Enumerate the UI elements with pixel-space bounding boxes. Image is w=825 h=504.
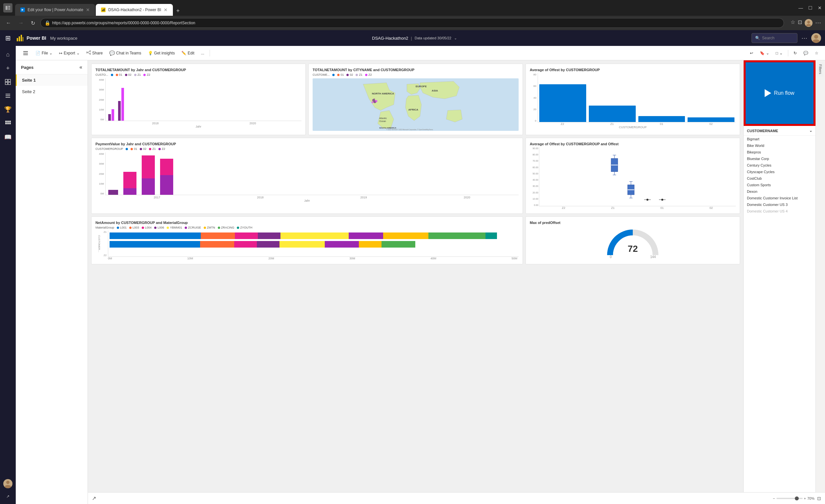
share-button[interactable]: Share	[84, 49, 105, 57]
legend-item-02: 02	[125, 73, 132, 76]
page-item-seite1[interactable]: Seite 1	[16, 74, 88, 86]
get-insights-button[interactable]: 💡 Get insights	[145, 50, 177, 57]
bar-z2-fill	[539, 84, 586, 122]
sidebar-create-button[interactable]: +	[2, 62, 14, 74]
bar-01-fill	[639, 116, 685, 122]
address-input[interactable]: 🔒 https://app.powerbi.com/groups/me/repo…	[41, 18, 784, 28]
browser-tab-powerbi[interactable]: DSAG-Hackathon2 - Power BI ✕	[96, 4, 173, 16]
legend-mg-zyouth: ZYOUTH	[237, 226, 252, 229]
chat-label: Chat in Teams	[116, 51, 141, 56]
filter-centurycycles[interactable]: Century Cycles	[744, 162, 816, 169]
favorite-button[interactable]: ☆	[812, 50, 821, 57]
export-menu-button[interactable]: ↦ Export ⌄	[57, 50, 82, 57]
filter-costclub[interactable]: CostClub	[744, 175, 816, 182]
bookmark-button[interactable]: 🔖 ⌄	[757, 50, 772, 57]
svg-rect-17	[8, 79, 10, 82]
pages-collapse-button[interactable]: «	[79, 64, 82, 70]
pages-toggle-button[interactable]	[20, 47, 31, 59]
svg-point-15	[813, 39, 820, 43]
canvas-right-area: TOTALNETAMOUNT by Jahr and CUSTOMERGROUP…	[88, 60, 825, 492]
filter-bigmart[interactable]: Bigmart	[744, 136, 816, 142]
browser-sidebar-icon[interactable]	[3, 3, 12, 12]
chart5-plot	[539, 147, 736, 206]
teams-icon: 💬	[109, 51, 115, 56]
chart2-legend: CUSTOME... 01 02 Z1 Z2	[313, 73, 519, 76]
filter-bikepros[interactable]: Bikepros	[744, 149, 816, 155]
filter-customsports[interactable]: Custom Sports	[744, 182, 816, 188]
minimize-button[interactable]: —	[799, 5, 803, 10]
filter-bluestar[interactable]: Bluestar Corp	[744, 155, 816, 162]
edit-button[interactable]: ✏️ Edit	[179, 50, 197, 57]
workspace-selector[interactable]: My workspace	[50, 36, 77, 40]
sidebar-browse-button[interactable]	[2, 76, 14, 88]
file-menu-button[interactable]: 📄 File ⌄	[33, 50, 55, 57]
powerbi-search-box[interactable]: 🔍 Search	[752, 33, 798, 43]
sidebar-goals-button[interactable]: 🏆	[2, 104, 14, 115]
zoom-minus-button[interactable]: −	[773, 496, 775, 500]
tab1-close[interactable]: ✕	[86, 7, 90, 12]
undo-button[interactable]: ↩	[747, 50, 756, 57]
filter-domestic-invoice[interactable]: Domestic Customer Invoice List	[744, 195, 816, 201]
zoom-plus-button[interactable]: +	[804, 496, 806, 500]
powerbi-app: ⊞ Power BI My workspace DSAG-Hackathon2 …	[0, 30, 825, 504]
tab2-close[interactable]: ✕	[164, 7, 168, 12]
filter-bikeworld[interactable]: Bike World	[744, 142, 816, 149]
refresh-data-button[interactable]: ↻	[791, 50, 800, 57]
browser-tab-powerautomate[interactable]: Edit your flow | Power Automate ✕	[15, 4, 95, 16]
filter-domestic-us4[interactable]: Domestic Customer US 4	[744, 208, 816, 215]
run-flow-panel[interactable]: Run flow	[744, 60, 816, 126]
sidebar-learn-button[interactable]: 📖	[2, 131, 14, 143]
refresh-button[interactable]: ↻	[29, 19, 37, 27]
fit-page-button[interactable]: ⊡	[817, 496, 821, 501]
chart3-title: Average of Offest by CUSTOMERGROUP	[530, 68, 736, 72]
view-button[interactable]: □ ⌄	[773, 50, 785, 57]
profile-icon[interactable]	[805, 19, 813, 27]
maximize-button[interactable]: ☐	[808, 5, 813, 10]
zoom-slider[interactable]	[776, 498, 803, 499]
forward-button[interactable]: →	[16, 19, 25, 27]
legend-map-dot	[332, 73, 334, 76]
sidebar-apps-button[interactable]	[2, 117, 14, 129]
bar-01	[639, 116, 685, 122]
chart6-body: CUSTOMER... Z1Z2	[95, 231, 519, 257]
zoom-control: − + 70%	[773, 496, 815, 500]
sidebar-datahub-button[interactable]	[2, 90, 14, 102]
legend-mg-ybmm01: YBMM01	[167, 226, 182, 229]
close-button[interactable]: ✕	[818, 5, 822, 10]
powerbi-tab-icon	[101, 8, 105, 12]
favorites-icon[interactable]: ☆	[791, 19, 795, 27]
chart5-y-axis: 90.0080.0070.0060.0050.0040.0030.0020.00…	[530, 147, 539, 206]
chat-in-teams-button[interactable]: 💬 Chat in Teams	[106, 49, 144, 57]
filter-chevron-icon[interactable]: ⌄	[809, 129, 812, 133]
powerbi-app-name: Power BI	[26, 35, 46, 40]
run-flow-button[interactable]: Run flow	[765, 89, 794, 97]
page-item-seite2[interactable]: Seite 2	[16, 86, 88, 97]
waffle-menu-button[interactable]: ⊞	[4, 33, 12, 43]
svg-rect-5	[102, 10, 103, 11]
chevron-down-icon[interactable]: ⌄	[454, 36, 457, 40]
file-chevron-icon: ⌄	[49, 51, 53, 56]
filter-dexon[interactable]: Dexon	[744, 188, 816, 195]
more-options-button[interactable]: ...	[199, 50, 207, 57]
filter-domestic-us3[interactable]: Domestic Customer US 3	[744, 201, 816, 208]
chart1-title: TOTALNETAMOUNT by Jahr and CUSTOMERGROUP	[95, 68, 301, 72]
topnav-more-button[interactable]: ⋯	[801, 34, 807, 41]
statusbar-expand-icon[interactable]: ↗	[92, 495, 96, 501]
user-avatar[interactable]	[805, 19, 813, 27]
sidebar-user-button[interactable]	[2, 478, 14, 490]
svg-point-30	[5, 485, 11, 488]
statusbar-right: − + 70% ⊡	[773, 496, 821, 501]
sidebar-home-button[interactable]: ⌂	[2, 49, 14, 60]
back-button[interactable]: ←	[4, 19, 13, 27]
reading-icon[interactable]: ⊡	[798, 19, 802, 27]
browser-menu-button[interactable]: ⋯	[815, 19, 821, 27]
tab1-label: Edit your flow | Power Automate	[27, 8, 83, 12]
new-tab-button[interactable]: +	[173, 8, 182, 14]
filters-tab-button[interactable]: Filters	[817, 62, 824, 77]
powerbi-main: ⌂ + 🏆 📖 ↗	[0, 46, 825, 504]
legend-pv-01: 01	[131, 147, 137, 151]
comment-button[interactable]: 💬	[801, 50, 811, 57]
user-profile-button[interactable]	[811, 33, 821, 43]
filter-cityscapecycles[interactable]: Cityscape Cycles	[744, 169, 816, 175]
sidebar-expand-button[interactable]: ↗	[4, 492, 12, 501]
